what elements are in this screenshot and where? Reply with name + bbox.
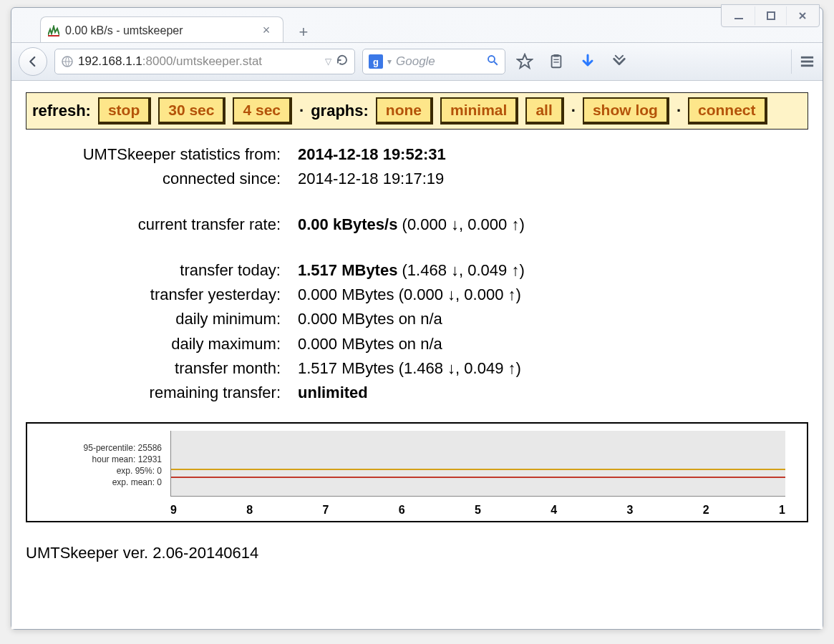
tick: 1 bbox=[779, 504, 785, 517]
separator: · bbox=[677, 102, 681, 120]
toolbar: 192.168.1.1:8000/umtskeeper.stat ▽ g ▾ G… bbox=[11, 42, 823, 81]
maximize-button[interactable] bbox=[755, 6, 786, 25]
dmin-value: 0.000 MBytes on n/a bbox=[298, 307, 442, 331]
tab-title: 0.00 kB/s - umtskeeper bbox=[65, 24, 254, 37]
overflow-icon[interactable] bbox=[607, 49, 631, 74]
search-icon[interactable] bbox=[486, 54, 499, 69]
tab-strip: 0.00 kB/s - umtskeeper × + bbox=[40, 14, 823, 42]
svg-rect-6 bbox=[553, 54, 558, 57]
graph-expmean-label: exp. mean: 0 bbox=[33, 477, 162, 488]
tick: 9 bbox=[170, 504, 177, 517]
search-engine-dropdown-icon[interactable]: ▾ bbox=[387, 57, 392, 67]
tick: 8 bbox=[246, 504, 253, 517]
graphs-minimal-button[interactable]: minimal bbox=[440, 97, 518, 125]
month-label: transfer month: bbox=[54, 356, 298, 381]
version-footer: UMTSkeeper ver. 2.06-20140614 bbox=[26, 544, 808, 562]
connected-since-label: connected since: bbox=[54, 167, 298, 191]
minimize-button[interactable] bbox=[723, 6, 755, 25]
tick: 3 bbox=[627, 504, 634, 517]
page-content: refresh: stop 30 sec 4 sec · graphs: non… bbox=[11, 81, 823, 629]
stats-from-value: 2014-12-18 19:52:31 bbox=[298, 145, 446, 163]
today-label: transfer today: bbox=[54, 258, 298, 283]
dmax-label: daily maximum: bbox=[54, 332, 298, 356]
stats-from-label: UMTSkeeper statistics from: bbox=[54, 142, 298, 167]
close-button[interactable] bbox=[786, 6, 818, 25]
rate-label: current transfer rate: bbox=[54, 213, 298, 237]
globe-icon bbox=[61, 55, 74, 68]
refresh-30s-button[interactable]: 30 sec bbox=[158, 97, 226, 125]
stats-block: UMTSkeeper statistics from: 2014-12-18 1… bbox=[54, 142, 808, 405]
transfer-graph: 95-percentile: 25586 hour mean: 12931 ex… bbox=[26, 422, 808, 522]
graph-x-ticks: 9 8 7 6 5 4 3 2 1 bbox=[170, 504, 785, 517]
connect-button[interactable]: connect bbox=[688, 97, 767, 125]
graphs-none-button[interactable]: none bbox=[376, 97, 433, 125]
search-placeholder: Google bbox=[396, 54, 482, 69]
dmin-label: daily minimum: bbox=[54, 307, 298, 331]
search-engine-icon: g bbox=[369, 54, 383, 69]
tick: 2 bbox=[703, 504, 709, 517]
graph-line-yellow bbox=[171, 469, 785, 470]
yesterday-value: 0.000 MBytes (0.000 ↓, 0.000 ↑) bbox=[298, 283, 521, 307]
graph-left-labels: 95-percentile: 25586 hour mean: 12931 ex… bbox=[33, 442, 162, 489]
rate-value: 0.00 kBytes/s (0.000 ↓, 0.000 ↑) bbox=[298, 213, 525, 237]
month-value: 1.517 MBytes (1.468 ↓, 0.049 ↑) bbox=[298, 356, 521, 381]
svg-rect-1 bbox=[767, 12, 775, 19]
reload-icon[interactable] bbox=[336, 54, 349, 69]
graph-hmean-label: hour mean: 12931 bbox=[33, 454, 162, 465]
svg-line-4 bbox=[494, 62, 498, 65]
graph-exp95-label: exp. 95%: 0 bbox=[33, 465, 162, 477]
graphs-all-button[interactable]: all bbox=[525, 97, 563, 125]
separator: · bbox=[299, 102, 304, 120]
back-button[interactable] bbox=[19, 47, 47, 76]
svg-rect-5 bbox=[552, 56, 561, 68]
dropdown-icon[interactable]: ▽ bbox=[325, 57, 331, 67]
refresh-label: refresh: bbox=[32, 102, 91, 120]
download-icon[interactable] bbox=[576, 49, 600, 74]
tab-close-icon[interactable]: × bbox=[260, 23, 273, 38]
bookmark-star-icon[interactable] bbox=[513, 49, 537, 74]
graph-line-red bbox=[171, 477, 785, 478]
refresh-4s-button[interactable]: 4 sec bbox=[233, 97, 292, 125]
separator: · bbox=[571, 102, 576, 120]
clipboard-icon[interactable] bbox=[544, 49, 568, 74]
svg-point-3 bbox=[488, 56, 495, 62]
remain-label: remaining transfer: bbox=[54, 381, 298, 405]
yesterday-label: transfer yesterday: bbox=[54, 283, 298, 307]
search-bar[interactable]: g ▾ Google bbox=[362, 49, 505, 74]
connected-since-value: 2014-12-18 19:17:19 bbox=[298, 167, 444, 191]
new-tab-button[interactable]: + bbox=[294, 22, 314, 42]
menu-icon[interactable] bbox=[791, 49, 815, 74]
browser-window: 0.00 kB/s - umtskeeper × + 192.168.1.1:8… bbox=[11, 7, 823, 630]
show-log-button[interactable]: show log bbox=[583, 97, 669, 125]
control-bar: refresh: stop 30 sec 4 sec · graphs: non… bbox=[26, 92, 808, 130]
url-text: 192.168.1.1:8000/umtskeeper.stat bbox=[78, 54, 321, 69]
tick: 4 bbox=[551, 504, 557, 517]
graphs-label: graphs: bbox=[311, 102, 369, 120]
svg-rect-0 bbox=[734, 18, 743, 19]
favicon-icon bbox=[48, 25, 59, 36]
browser-tab[interactable]: 0.00 kB/s - umtskeeper × bbox=[40, 16, 283, 42]
tick: 7 bbox=[323, 504, 329, 517]
remain-value: unlimited bbox=[298, 384, 368, 401]
graph-plot-area bbox=[170, 431, 785, 497]
window-controls bbox=[721, 4, 820, 27]
today-value: 1.517 MBytes (1.468 ↓, 0.049 ↑) bbox=[298, 258, 525, 283]
graph-p95-label: 95-percentile: 25586 bbox=[33, 442, 162, 454]
tick: 5 bbox=[475, 504, 481, 517]
tick: 6 bbox=[399, 504, 405, 517]
dmax-value: 0.000 MBytes on n/a bbox=[298, 332, 442, 356]
url-bar[interactable]: 192.168.1.1:8000/umtskeeper.stat ▽ bbox=[54, 49, 355, 74]
refresh-stop-button[interactable]: stop bbox=[98, 97, 151, 125]
